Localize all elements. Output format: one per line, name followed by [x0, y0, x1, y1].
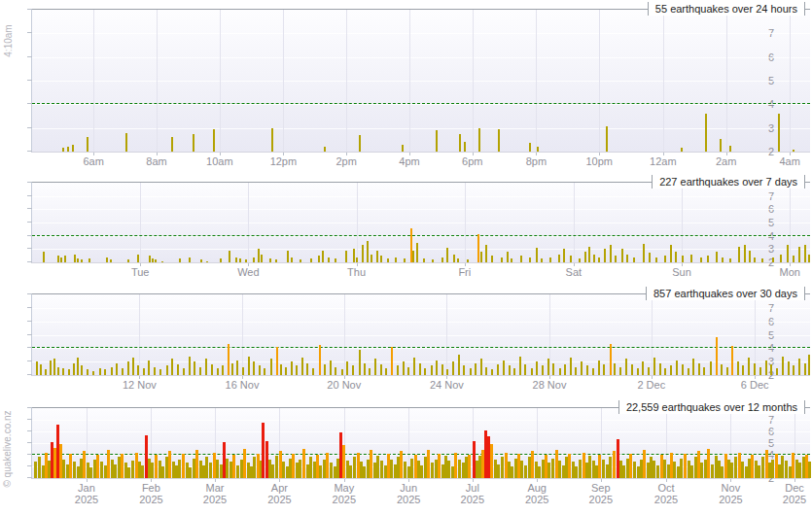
- quake-bar[interactable]: [300, 259, 301, 262]
- quake-bar[interactable]: [664, 256, 666, 262]
- quake-bar[interactable]: [194, 361, 195, 375]
- quake-bar[interactable]: [772, 258, 774, 262]
- quake-bar[interactable]: [236, 465, 239, 478]
- quake-bar[interactable]: [792, 453, 794, 478]
- quake-bar[interactable]: [513, 368, 515, 375]
- quake-bar[interactable]: [199, 367, 201, 375]
- quake-bar[interactable]: [161, 261, 163, 262]
- quake-bar[interactable]: [453, 255, 455, 262]
- quake-bar[interactable]: [681, 148, 683, 152]
- quake-bar[interactable]: [501, 457, 504, 478]
- quake-bar[interactable]: [213, 129, 215, 152]
- quake-bar[interactable]: [491, 369, 493, 375]
- quake-bar[interactable]: [542, 365, 544, 375]
- quake-bar[interactable]: [242, 367, 244, 375]
- quake-bar[interactable]: [690, 255, 692, 262]
- quake-bar[interactable]: [110, 259, 112, 262]
- quake-bar[interactable]: [468, 455, 471, 478]
- quake-bar[interactable]: [87, 369, 88, 375]
- quake-bar[interactable]: [149, 256, 151, 262]
- quake-bar[interactable]: [741, 462, 744, 478]
- quake-bar[interactable]: [511, 258, 512, 262]
- quake-bar[interactable]: [155, 259, 157, 262]
- quake-bar[interactable]: [310, 258, 312, 262]
- quake-bar[interactable]: [729, 146, 731, 152]
- quake-bar[interactable]: [497, 364, 499, 375]
- quake-bar[interactable]: [291, 361, 293, 375]
- quake-bar[interactable]: [231, 363, 233, 375]
- quake-bar[interactable]: [804, 245, 806, 262]
- quake-bar[interactable]: [631, 364, 633, 375]
- quake-bar[interactable]: [798, 463, 801, 478]
- quake-bar[interactable]: [711, 464, 714, 478]
- quake-bar[interactable]: [536, 248, 538, 262]
- quake-bar[interactable]: [216, 460, 219, 478]
- quake-bar[interactable]: [53, 359, 55, 375]
- quake-bar[interactable]: [264, 368, 265, 375]
- quake-bar[interactable]: [547, 463, 550, 478]
- quake-bar[interactable]: [92, 371, 94, 375]
- quake-bar[interactable]: [60, 258, 62, 262]
- quake-bar[interactable]: [235, 258, 237, 262]
- quake-bar[interactable]: [519, 357, 521, 375]
- quake-bar[interactable]: [206, 261, 208, 262]
- quake-bar[interactable]: [324, 364, 326, 375]
- quake-bar[interactable]: [205, 457, 208, 478]
- quake-bar[interactable]: [248, 357, 250, 375]
- quake-bar[interactable]: [748, 358, 750, 375]
- quake-bar[interactable]: [716, 337, 718, 375]
- quake-bar[interactable]: [793, 365, 794, 375]
- quake-bar[interactable]: [531, 368, 533, 375]
- quake-bar[interactable]: [280, 364, 282, 375]
- quake-bar[interactable]: [420, 465, 423, 478]
- quake-bar[interactable]: [793, 256, 794, 262]
- quake-bar[interactable]: [529, 143, 531, 152]
- quake-bar[interactable]: [106, 258, 108, 262]
- quake-bar[interactable]: [588, 247, 590, 262]
- quake-bar[interactable]: [475, 363, 477, 375]
- quake-bar[interactable]: [626, 255, 628, 262]
- quake-bar[interactable]: [670, 365, 672, 375]
- quake-bar[interactable]: [432, 259, 434, 262]
- quake-bar[interactable]: [729, 258, 731, 262]
- quake-bar[interactable]: [498, 129, 500, 152]
- quake-bar[interactable]: [765, 360, 767, 375]
- quake-bar[interactable]: [34, 462, 37, 478]
- quake-bar[interactable]: [57, 256, 59, 262]
- quake-bar[interactable]: [507, 252, 509, 262]
- quake-bar[interactable]: [402, 145, 404, 152]
- quake-bar[interactable]: [771, 460, 774, 478]
- quake-bar[interactable]: [68, 369, 70, 375]
- quake-bar[interactable]: [670, 245, 672, 262]
- quake-bar[interactable]: [742, 365, 744, 375]
- quake-bar[interactable]: [168, 451, 171, 478]
- quake-bar[interactable]: [211, 364, 213, 375]
- quake-bar[interactable]: [239, 258, 241, 262]
- quake-bar[interactable]: [431, 365, 433, 375]
- quake-bar[interactable]: [738, 247, 740, 262]
- quake-bar[interactable]: [524, 364, 526, 375]
- quake-bar[interactable]: [643, 450, 646, 478]
- quake-bar[interactable]: [359, 135, 361, 152]
- quake-bar[interactable]: [114, 464, 117, 478]
- quake-bar[interactable]: [72, 145, 74, 152]
- quake-bar[interactable]: [452, 361, 454, 375]
- quake-bar[interactable]: [637, 368, 639, 375]
- quake-bar[interactable]: [83, 451, 86, 478]
- quake-bar[interactable]: [245, 259, 247, 262]
- quake-bar[interactable]: [798, 359, 800, 375]
- quake-bar[interactable]: [579, 258, 581, 262]
- quake-bar[interactable]: [359, 350, 361, 375]
- quake-bar[interactable]: [410, 459, 413, 478]
- quake-bar[interactable]: [161, 466, 164, 478]
- quake-bar[interactable]: [520, 461, 523, 478]
- quake-bar[interactable]: [749, 251, 751, 262]
- quake-bar[interactable]: [642, 361, 644, 375]
- quake-bar[interactable]: [262, 423, 265, 478]
- quake-bar[interactable]: [676, 360, 678, 375]
- quake-bar[interactable]: [744, 245, 746, 262]
- quake-bar[interactable]: [633, 258, 635, 262]
- quake-bar[interactable]: [721, 364, 723, 375]
- quake-bar[interactable]: [330, 463, 333, 478]
- quake-bar[interactable]: [707, 256, 709, 262]
